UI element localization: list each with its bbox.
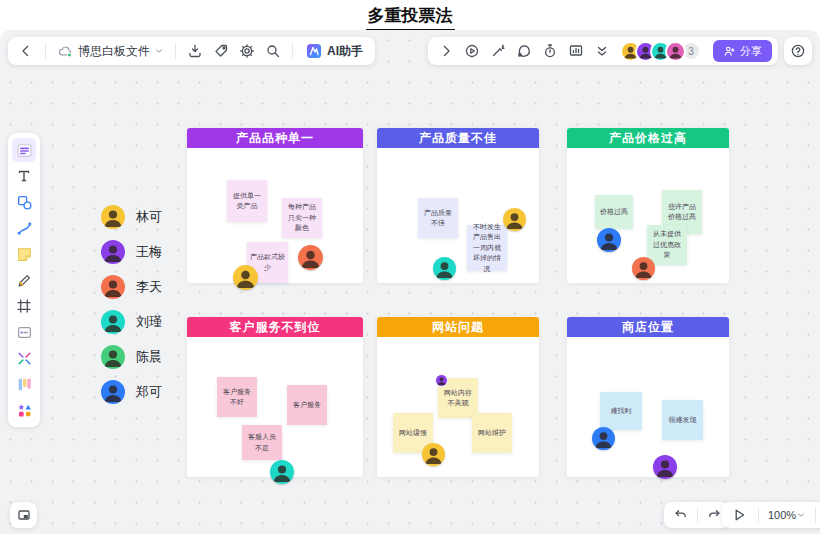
laser-button[interactable] (486, 39, 510, 63)
divider (758, 507, 759, 523)
tool-kanban[interactable] (12, 372, 36, 396)
board-toggle-icon (16, 507, 32, 523)
participant-row[interactable]: 陈晨 (101, 345, 162, 369)
double-chevron-down-icon (594, 43, 610, 59)
page-title: 多重投票法 (0, 4, 820, 31)
vote-avatar[interactable] (503, 208, 526, 231)
participant-row[interactable]: 李天 (101, 275, 162, 299)
sticky-note-text: 从未提供过优惠政策 (650, 229, 684, 261)
tool-sticky-note[interactable] (12, 242, 36, 266)
tool-mindmap[interactable] (12, 346, 36, 370)
board-panel[interactable]: 产品价格过高价格过高些许产品价格过高从未提供过优惠政策 (567, 128, 729, 283)
sticky-note-text: 网站缓慢 (399, 428, 427, 439)
sticky-note[interactable]: 客户服务 (287, 385, 327, 425)
tool-note-card[interactable] (12, 320, 36, 344)
tool-shapes[interactable] (12, 190, 36, 214)
tool-connector[interactable] (12, 216, 36, 240)
undo-button[interactable] (668, 503, 692, 527)
collapse-button[interactable] (434, 39, 458, 63)
ai-assistant-button[interactable]: AI助手 (300, 43, 369, 60)
sticky-note[interactable]: 价格过高 (595, 195, 633, 229)
file-menu[interactable]: 博思白板文件 (53, 43, 168, 60)
divider (45, 43, 46, 59)
vote-avatar[interactable] (298, 245, 323, 270)
sticky-note[interactable]: 难找到 (600, 392, 642, 430)
frames-panel-button[interactable] (10, 502, 37, 528)
sticky-note[interactable]: 产品质量不佳 (418, 198, 458, 238)
sticky-note-text: 产品质量不佳 (421, 208, 455, 229)
sticky-note[interactable]: 网站内容不美观 (438, 378, 478, 418)
participant-row[interactable]: 王梅 (101, 240, 162, 264)
timer-button[interactable] (538, 39, 562, 63)
panel-title: 产品品种单一 (187, 128, 363, 148)
whiteboard-canvas[interactable]: 博思白板文件 AI助手 3 分享 (0, 30, 820, 534)
zoom-toolbar: 100% (722, 502, 820, 528)
ai-logo-icon (306, 43, 322, 59)
cursor-icon (731, 507, 747, 523)
participant-row[interactable]: 郑可 (101, 380, 162, 404)
sticky-note[interactable]: 客户服务不好 (217, 377, 257, 417)
vote-avatar[interactable] (233, 265, 258, 290)
board-panel[interactable]: 产品品种单一提供单一类产品每种产品只卖一种颜色产品款式较少 (187, 128, 363, 283)
vote-avatar[interactable] (653, 455, 677, 479)
tool-templates[interactable] (12, 138, 36, 162)
note-author-avatar (435, 374, 448, 387)
search-button[interactable] (261, 39, 285, 63)
sticky-note[interactable]: 不时发生产品售出一周内就坏掉的情况 (467, 225, 507, 271)
panel-title: 产品价格过高 (567, 128, 729, 148)
participant-avatar (101, 240, 125, 264)
vote-button[interactable] (564, 39, 588, 63)
tool-apps[interactable] (12, 398, 36, 422)
vote-avatar[interactable] (422, 443, 445, 466)
divider (815, 507, 816, 523)
share-button[interactable]: 分享 (713, 40, 772, 62)
vote-avatar[interactable] (433, 257, 456, 280)
shapes-icon (16, 194, 33, 211)
apps-icon (16, 402, 33, 419)
vote-avatar[interactable] (592, 427, 615, 450)
sticky-note-text: 网站内容不美观 (441, 388, 475, 409)
participants-list: 林可王梅李天刘瑾陈晨郑可 (101, 205, 162, 415)
pointer-button[interactable] (727, 503, 751, 527)
tag-button[interactable] (209, 39, 233, 63)
board-panel[interactable]: 商店位置难找到很难发现 (567, 317, 729, 477)
sticky-note-text: 些许产品价格过高 (665, 202, 699, 223)
sticky-note[interactable]: 从未提供过优惠政策 (647, 225, 687, 265)
sticky-note[interactable]: 每种产品只卖一种颜色 (282, 198, 322, 238)
collaborator-avatars[interactable]: 3 (620, 41, 701, 62)
more-tools-button[interactable] (590, 39, 614, 63)
comment-icon (516, 43, 532, 59)
present-button[interactable] (460, 39, 484, 63)
settings-button[interactable] (235, 39, 259, 63)
board-panel[interactable]: 客户服务不到位客户服务不好客户服务客服人员不足 (187, 317, 363, 477)
frame-icon (16, 298, 32, 314)
sticky-note[interactable]: 网站维护 (472, 413, 512, 453)
ai-assistant-label: AI助手 (327, 43, 363, 60)
sticky-note-icon (16, 246, 33, 263)
zoom-level-dropdown[interactable]: 100% (766, 503, 808, 527)
tool-pen[interactable] (12, 268, 36, 292)
tool-text[interactable] (12, 164, 36, 188)
export-button[interactable] (183, 39, 207, 63)
vote-avatar[interactable] (597, 228, 621, 252)
panel-title: 网站问题 (377, 317, 539, 337)
vote-avatar[interactable] (632, 257, 655, 280)
file-name: 博思白板文件 (78, 43, 150, 60)
note-card-icon (16, 324, 33, 341)
board-panel[interactable]: 产品质量不佳产品质量不佳不时发生产品售出一周内就坏掉的情况 (377, 128, 539, 283)
comment-button[interactable] (512, 39, 536, 63)
download-icon (187, 43, 203, 59)
participant-row[interactable]: 刘瑾 (101, 310, 162, 334)
board-panel[interactable]: 网站问题网站内容不美观网站缓慢网站维护 (377, 317, 539, 477)
back-button[interactable] (14, 39, 38, 63)
participant-row[interactable]: 林可 (101, 205, 162, 229)
redo-icon (707, 507, 723, 523)
sticky-note[interactable]: 提供单一类产品 (227, 180, 267, 222)
vote-avatar[interactable] (270, 460, 294, 484)
help-button[interactable] (784, 37, 812, 65)
panel-body: 产品质量不佳不时发生产品售出一周内就坏掉的情况 (377, 148, 539, 283)
sticky-note-text: 客服人员不足 (245, 432, 279, 453)
sticky-note[interactable]: 很难发现 (662, 400, 703, 440)
sticky-note[interactable]: 客服人员不足 (242, 425, 282, 460)
tool-frame[interactable] (12, 294, 36, 318)
